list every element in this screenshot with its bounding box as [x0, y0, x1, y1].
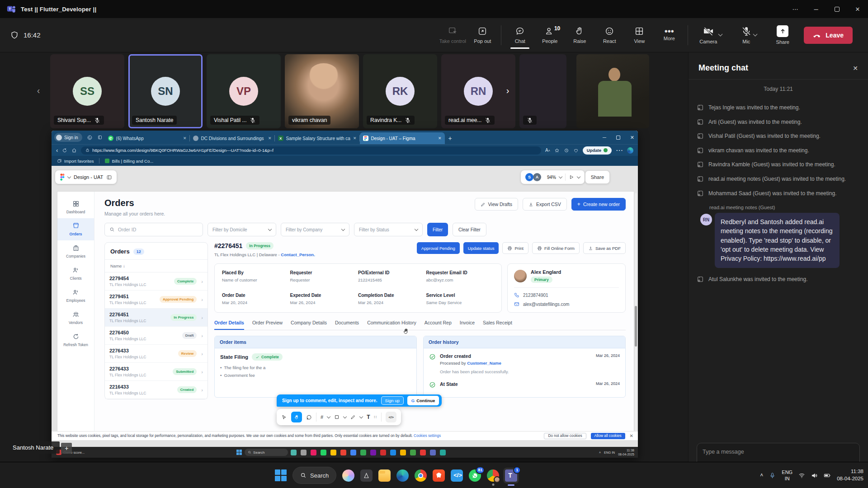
- page-scrollbar[interactable]: [635, 193, 637, 437]
- shared-taskbar-app-icon[interactable]: [410, 450, 416, 455]
- sidebar-item-companies[interactable]: Companies: [57, 240, 94, 263]
- pen-tool-icon[interactable]: [350, 414, 356, 420]
- sidebar-item-refresh-token[interactable]: Refresh Token: [57, 329, 94, 351]
- tab-close-icon[interactable]: ✕: [183, 136, 187, 141]
- browser-tab-actions-icon[interactable]: [95, 132, 105, 143]
- shared-taskbar-app-icon[interactable]: [330, 450, 336, 455]
- order-row[interactable]: 2276433TL Flex Holdings LLCReview›: [105, 345, 208, 363]
- dev-mode-icon[interactable]: </>: [386, 412, 396, 422]
- sidebar-item-dashboard[interactable]: Dashboard: [57, 196, 94, 218]
- collections-icon[interactable]: [573, 148, 579, 153]
- tray-volume-icon[interactable]: [811, 472, 818, 479]
- bookmark-bills-folder[interactable]: Bills | Billing and Co...: [105, 159, 153, 164]
- tray-chevron-icon[interactable]: ˄: [760, 472, 763, 479]
- tiles-scroll-right-icon[interactable]: ›: [502, 81, 514, 99]
- import-favorites-button[interactable]: Import favorites: [57, 159, 94, 164]
- cookies-settings-link[interactable]: Cookies settings: [414, 434, 441, 438]
- read-aloud-icon[interactable]: A˄: [545, 148, 550, 153]
- customer-name-link[interactable]: Customer_Name: [467, 361, 501, 366]
- browser-tab[interactable]: DC Divisions and Surroundings✕: [190, 132, 275, 144]
- tray-clock[interactable]: 11:3808-04-2025: [837, 468, 863, 482]
- favorite-star-icon[interactable]: [554, 148, 560, 153]
- raise-button[interactable]: Raise: [565, 21, 594, 50]
- shared-taskbar-app-icon[interactable]: [390, 450, 396, 455]
- order-id-search-input[interactable]: Order ID: [104, 223, 203, 236]
- sync-icon[interactable]: [564, 148, 569, 153]
- figma-share-button[interactable]: Share: [585, 170, 610, 184]
- tab-order-preview[interactable]: Order Preview: [252, 320, 283, 330]
- camera-button[interactable]: Camera: [692, 21, 730, 50]
- comment-tool-icon[interactable]: [306, 414, 312, 420]
- move-tool-icon[interactable]: [281, 414, 287, 420]
- figma-signup-button[interactable]: Sign up: [381, 396, 404, 405]
- create-new-order-button[interactable]: + Create new order: [571, 198, 626, 211]
- participant-tile[interactable]: SNSantosh Narate: [128, 54, 203, 128]
- tab-company-details[interactable]: Company Details: [291, 320, 327, 330]
- deny-cookies-button[interactable]: Do not allow cookies: [544, 433, 586, 439]
- filter-company-select[interactable]: Filter by Company: [281, 223, 349, 236]
- browser-copilot-icon[interactable]: [85, 132, 95, 143]
- browser-update-button[interactable]: Update: [583, 146, 612, 155]
- order-row[interactable]: 2279451TL Flex Holdings LLCApproval Pend…: [105, 291, 208, 309]
- shape-tool-icon[interactable]: [334, 414, 340, 420]
- vscode-icon[interactable]: </>: [451, 469, 463, 482]
- shared-taskbar-app-icon[interactable]: [350, 450, 356, 455]
- view-drafts-button[interactable]: View Drafts: [475, 198, 519, 211]
- tiles-scroll-left-icon[interactable]: ‹: [33, 81, 44, 99]
- back-icon[interactable]: ‹: [56, 147, 58, 154]
- present-icon[interactable]: [569, 174, 574, 180]
- leave-button[interactable]: Leave: [804, 27, 853, 44]
- allow-cookies-button[interactable]: Allow all cookies: [591, 433, 625, 439]
- shared-taskbar-app-icon[interactable]: [311, 450, 316, 455]
- shared-taskbar-app-icon[interactable]: [301, 450, 307, 455]
- shared-search-input[interactable]: Search: [245, 449, 288, 456]
- tab-account-rep[interactable]: Account Rep: [425, 320, 452, 330]
- filter-domicile-select[interactable]: Filter by Domicile: [208, 223, 276, 236]
- window-maximize-button[interactable]: [826, 0, 847, 18]
- participant-tile[interactable]: VPVishal Patil ...: [207, 54, 281, 128]
- browser-minimize-button[interactable]: ─: [603, 135, 606, 140]
- resources-tool-icon[interactable]: ∷: [374, 415, 377, 419]
- edge-icon[interactable]: [396, 469, 409, 482]
- participant-tile[interactable]: [519, 54, 566, 128]
- browser-settings-icon[interactable]: ⋯: [616, 146, 623, 155]
- teams-icon[interactable]: T1: [505, 469, 517, 482]
- more-button[interactable]: ••• More: [654, 21, 684, 50]
- start-button[interactable]: [275, 469, 287, 481]
- new-tab-button[interactable]: +: [448, 135, 452, 142]
- update-status-button[interactable]: Update status: [463, 242, 499, 254]
- browser-tab[interactable]: XSample Salary Structure with calc✕: [275, 132, 360, 144]
- tray-mic-icon[interactable]: [769, 472, 776, 479]
- shared-taskbar-app-icon[interactable]: [360, 450, 366, 455]
- participant-tile[interactable]: RKRavindra K...: [363, 54, 437, 128]
- figma-logo-icon[interactable]: [60, 174, 65, 181]
- shared-taskbar-app-icon[interactable]: [291, 450, 297, 455]
- view-button[interactable]: View: [624, 21, 654, 50]
- refresh-icon[interactable]: [62, 148, 67, 153]
- browser-tab[interactable]: Design - UAT – Figma✕: [360, 132, 445, 144]
- sidebar-item-clients[interactable]: Clients: [57, 263, 94, 285]
- chat-close-icon[interactable]: ✕: [853, 65, 858, 72]
- mic-chevron-icon[interactable]: [753, 32, 757, 37]
- dark-app-icon[interactable]: [360, 469, 373, 482]
- shared-taskbar-app-icon[interactable]: [340, 450, 346, 455]
- chrome-icon[interactable]: [415, 469, 427, 482]
- orders-name-column[interactable]: Name ↓: [105, 260, 208, 272]
- window-minimize-button[interactable]: ─: [806, 0, 826, 18]
- participant-tile[interactable]: [576, 54, 649, 128]
- browser-close-button[interactable]: ✕: [630, 135, 634, 141]
- order-row[interactable]: 2276450TL Flex Holdings LLCDraft›: [105, 327, 208, 345]
- cookie-close-icon[interactable]: ✕: [630, 433, 633, 438]
- window-more-icon[interactable]: ⋯: [785, 0, 806, 18]
- contact-person-link[interactable]: Contact_Person.: [281, 252, 315, 257]
- hand-tool-icon[interactable]: [291, 412, 302, 422]
- shared-taskbar-app-icon[interactable]: [430, 450, 436, 455]
- shared-taskbar-app-icon[interactable]: [321, 450, 326, 455]
- browser-maximize-button[interactable]: [616, 136, 620, 140]
- shared-start-icon[interactable]: [236, 450, 242, 455]
- figma-panel-icon[interactable]: [106, 174, 112, 180]
- mic-button[interactable]: Mic: [730, 21, 768, 50]
- export-csv-button[interactable]: Export CSV: [523, 198, 567, 211]
- shared-taskbar-app-icon[interactable]: [440, 450, 446, 455]
- pop-out-button[interactable]: Pop out: [467, 21, 497, 50]
